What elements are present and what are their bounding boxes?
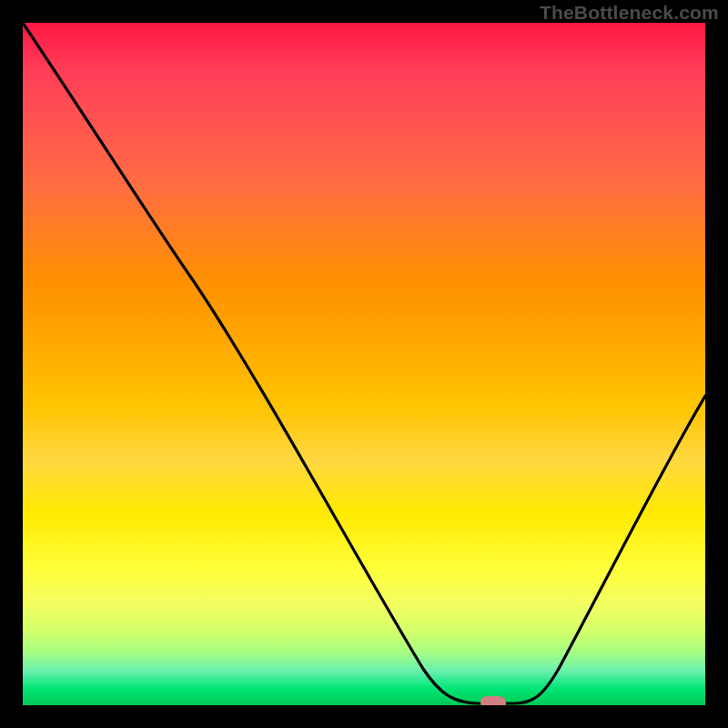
chart-frame: TheBottleneck.com xyxy=(0,0,728,728)
optimal-marker xyxy=(480,696,506,705)
curve-path xyxy=(23,23,705,703)
watermark-text: TheBottleneck.com xyxy=(540,2,719,24)
bottleneck-curve xyxy=(23,23,705,705)
plot-area xyxy=(23,23,705,705)
